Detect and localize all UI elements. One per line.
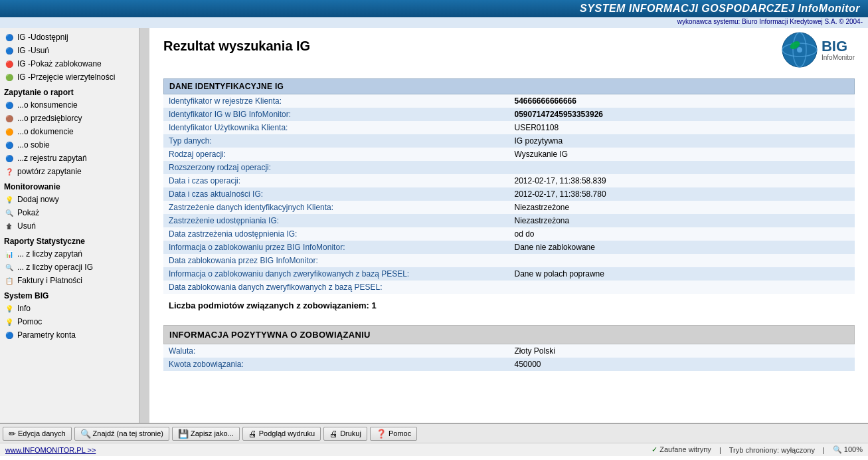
row-label: Waluta: xyxy=(163,344,509,358)
powtor-icon: ❓ xyxy=(4,166,15,177)
row-value xyxy=(509,281,855,294)
sidebar-item-faktury[interactable]: 📋 Faktury i Płatności xyxy=(0,274,139,287)
sidebar-item-rejestr[interactable]: 🔵 ...z rejestru zapytań xyxy=(0,152,139,165)
sidebar-label-ig-przejecie: IG -Przejęcie wierzytelności xyxy=(17,72,115,82)
row-value xyxy=(509,161,855,174)
sidebar-label-ig-udostepnij: IG -Udostępnij xyxy=(17,33,68,42)
sidebar-item-zapytania[interactable]: 📊 ... z liczby zapytań xyxy=(0,247,139,261)
sidebar-item-parametry[interactable]: 🔵 Parametry konta xyxy=(0,328,139,342)
table-row: Typ danych:IG pozytywna xyxy=(163,134,855,148)
sidebar-item-operacji[interactable]: 🔍 ... z liczby operacji IG xyxy=(0,261,139,274)
table-row: Rozszerzony rodzaj operacji: xyxy=(163,161,855,174)
dokument-icon: 🟠 xyxy=(4,126,15,137)
row-value: 450000 xyxy=(509,358,855,371)
sidebar-label-faktury: Faktury i Płatności xyxy=(17,276,82,285)
row-label: Zastrzeżenie udostępniania IG: xyxy=(163,214,509,227)
row-value: Dane nie zablokowane xyxy=(509,241,855,254)
logo-big-text: BIG xyxy=(822,39,855,54)
toolbar-btn-drukuj[interactable]: 🖨Drukuj xyxy=(323,427,367,441)
toolbar-btn-edycja-danych[interactable]: ✏Edycja danych xyxy=(3,427,72,441)
sidebar-item-pokaz[interactable]: 🔍 Pokaż xyxy=(0,206,139,219)
sidebar-item-info[interactable]: 💡 Info xyxy=(0,302,139,315)
rejestr-icon: 🔵 xyxy=(4,153,15,164)
row-value xyxy=(509,254,855,267)
sidebar-item-konsument[interactable]: 🔵 ...o konsumencie xyxy=(0,98,139,112)
toolbar-btn-znajdz[interactable]: 🔍Znajdź (na tej stronie) xyxy=(74,427,169,441)
table-row: Data i czas aktualności IG:2012-02-17, 1… xyxy=(163,187,855,201)
dodaj-icon: 💡 xyxy=(4,194,15,205)
row-label: Data zablokowania przez BIG InfoMonitor: xyxy=(163,254,509,267)
toolbar-btn-pomoc[interactable]: ❓Pomoc xyxy=(370,427,417,441)
row-value: 05907147245953353926 xyxy=(509,108,855,121)
table-row: Data i czas operacji:2012-02-17, 11:38:5… xyxy=(163,174,855,187)
row-label: Data i czas aktualności IG: xyxy=(163,187,509,201)
pokaz-icon: 🔍 xyxy=(4,207,15,218)
sidebar-item-powtor[interactable]: ❓ powtórz zapytanie xyxy=(0,165,139,178)
row-label: Identyfikator IG w BIG InfoMonitor: xyxy=(163,108,509,121)
row-value: Wyszukanie IG xyxy=(509,148,855,161)
sidebar-item-dodaj[interactable]: 💡 Dodaj nowy xyxy=(0,193,139,206)
sidebar-label-usun: Usuń xyxy=(17,221,36,231)
ig-pokaz-icon: 🔴 xyxy=(4,58,15,69)
status-right: ✓ Zaufane witryny | Tryb chroniony: wyłą… xyxy=(651,445,863,454)
table-row: Zastrzeżenie udostępniania IG:Niezastrze… xyxy=(163,214,855,227)
page-title: Rezultat wyszukania IG xyxy=(163,39,310,54)
sobie-icon: 🔵 xyxy=(4,140,15,150)
drukuj-icon: 🖨 xyxy=(329,429,338,439)
separator1: | xyxy=(719,446,721,454)
sidebar-label-ig-usun: IG -Usuń xyxy=(17,46,49,55)
sidebar-label-zapytania: ... z liczby zapytań xyxy=(17,249,82,259)
section2-header: INFORMACJA POZYTYWNA O ZOBOWIĄZANIU xyxy=(163,325,855,344)
sidebar-item-ig-udostepnij[interactable]: 🔵 IG -Udostępnij xyxy=(0,31,139,44)
sidebar: 🔵 IG -Udostępnij 🔵 IG -Usuń 🔴 IG -Pokaż … xyxy=(0,28,139,423)
zapytania-icon: 📊 xyxy=(4,249,15,259)
sidebar-label-sobie: ...o sobie xyxy=(17,140,50,150)
row-label: Data i czas operacji: xyxy=(163,174,509,187)
protected-mode: Tryb chroniony: wyłączony xyxy=(729,446,815,454)
table-row: Kwota zobowiązania:450000 xyxy=(163,358,855,371)
sidebar-label-przedsiebiorca: ...o przedsiębiorcy xyxy=(17,114,82,123)
znajdz-icon: 🔍 xyxy=(80,429,91,439)
section1-header: Dane identyfikacyjne IG xyxy=(163,78,855,94)
sidebar-item-dokument[interactable]: 🟠 ...o dokumencie xyxy=(0,125,139,138)
table-row: Identyfikator IG w BIG InfoMonitor:05907… xyxy=(163,108,855,121)
title-area: Rezultat wyszukania IG xyxy=(163,39,855,68)
status-link[interactable]: www.INFOMONITOR.PL >> xyxy=(5,446,96,454)
sidebar-item-usun[interactable]: 🗑 Usuń xyxy=(0,219,139,233)
pomoc-label: Pomoc xyxy=(389,429,411,437)
row-value: 54666666666666 xyxy=(509,94,855,108)
svg-point-3 xyxy=(797,47,802,53)
row-label: Rodzaj operacji: xyxy=(163,148,509,161)
row-value: IG pozytywna xyxy=(509,134,855,148)
edycja-danych-label: Edycja danych xyxy=(18,429,66,437)
sidebar-label-ig-pokaz: IG -Pokaż zablokowane xyxy=(17,59,102,68)
table-row: Waluta:Złoty Polski xyxy=(163,344,855,358)
sidebar-label-dokument: ...o dokumencie xyxy=(17,127,74,136)
sidebar-item-ig-pokaz-zablokowane[interactable]: 🔴 IG -Pokaż zablokowane xyxy=(0,57,139,70)
pomoc-icon: ❓ xyxy=(376,429,387,439)
row-value: Niezastrzeżone xyxy=(509,201,855,214)
znajdz-label: Znajdź (na tej stronie) xyxy=(93,429,163,437)
sidebar-item-ig-usun[interactable]: 🔵 IG -Usuń xyxy=(0,44,139,57)
sidebar-item-sobie[interactable]: 🔵 ...o sobie xyxy=(0,138,139,152)
podglad-label: Podgląd wydruku xyxy=(259,429,315,437)
ig-usun-icon: 🔵 xyxy=(4,45,15,56)
section-zapytanie: Zapytanie o raport xyxy=(0,84,139,98)
main-content: Rezultat wyszukania IG xyxy=(150,28,868,423)
row-label: Informacja o zablokowaniu danych zweryfi… xyxy=(163,267,509,281)
row-value: Dane w polach poprawne xyxy=(509,267,855,281)
edycja-danych-icon: ✏ xyxy=(9,429,16,439)
zoom-level: 🔍 100% xyxy=(833,445,863,454)
row-value: od do xyxy=(509,227,855,241)
sidebar-item-pomoc[interactable]: 💡 Pomoc xyxy=(0,315,139,328)
przedsiebiorca-icon: 🟤 xyxy=(4,113,15,124)
toolbar-btn-zapisz-jako[interactable]: 💾Zapisz jako... xyxy=(172,427,240,441)
executor-text: wykonawca systemu: Biuro Informacji Kred… xyxy=(677,18,863,25)
big-logo: BIG InfoMonitor xyxy=(782,32,855,68)
sidebar-label-info: Info xyxy=(17,304,31,313)
toolbar-btn-podglad[interactable]: 🖨Podgląd wydruku xyxy=(242,427,321,441)
sidebar-item-ig-przejecie[interactable]: 🟢 IG -Przejęcie wierzytelności xyxy=(0,70,139,84)
konsument-icon: 🔵 xyxy=(4,100,15,110)
sidebar-item-przedsiebiorca[interactable]: 🟤 ...o przedsiębiorcy xyxy=(0,112,139,125)
row-label: Identyfikator Użytkownika Klienta: xyxy=(163,121,509,134)
